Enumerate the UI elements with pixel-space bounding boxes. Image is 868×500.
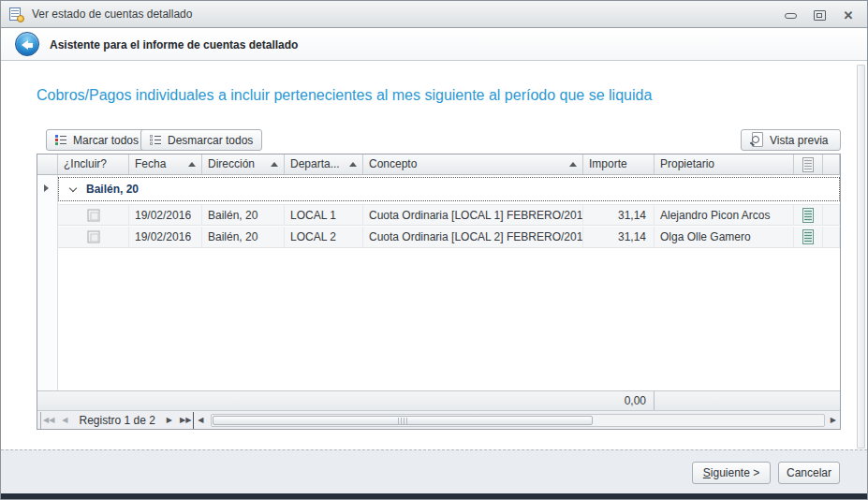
- sort-asc-icon: [271, 162, 278, 167]
- grid-header-row: ¿Incluir? Fecha Dirección Departa... Con…: [37, 154, 840, 175]
- bottom-action-bar: Siguiente > Cancelar: [1, 449, 867, 493]
- page-heading: Cobros/Pagos individuales a incluir pert…: [37, 87, 652, 104]
- table-row[interactable]: 19/02/2016 Bailén, 20 LOCAL 1 Cuota Ordi…: [58, 204, 840, 226]
- incluir-cell: [58, 205, 129, 226]
- mark-all-label: Marcar todos: [73, 134, 139, 147]
- maximize-icon: [814, 10, 826, 21]
- fecha-cell: 19/02/2016: [129, 205, 202, 226]
- minimize-button[interactable]: [779, 7, 802, 23]
- unmark-all-button[interactable]: Desmarcar todos: [140, 129, 262, 151]
- cancel-button[interactable]: Cancelar: [778, 462, 840, 484]
- departamento-cell: LOCAL 1: [285, 205, 363, 226]
- sort-asc-icon: [349, 162, 357, 167]
- mark-all-icon: [55, 134, 67, 146]
- window-title: Ver estado de cuentas detallado: [32, 7, 192, 21]
- scroll-right-button[interactable]: ▶: [827, 412, 840, 429]
- receipt-icon[interactable]: [802, 208, 814, 223]
- importe-cell: 31,14: [583, 205, 655, 226]
- table-row[interactable]: 19/02/2016 Bailén, 20 LOCAL 2 Cuota Ordi…: [58, 227, 840, 248]
- preview-button[interactable]: Vista previa: [741, 129, 841, 151]
- maximize-button[interactable]: [808, 7, 831, 23]
- last-record-button[interactable]: ▶▶: [176, 412, 194, 429]
- importe-cell: 31,14: [583, 227, 655, 247]
- scroll-left-button[interactable]: ◀: [194, 412, 207, 429]
- concepto-cell: Cuota Ordinaria [LOCAL 2] FEBRERO/2016: [363, 227, 583, 247]
- back-arrow-icon: [22, 40, 28, 50]
- importe-total: 0,00: [583, 391, 655, 410]
- header-importe[interactable]: Importe: [583, 154, 655, 174]
- departamento-cell: LOCAL 2: [285, 227, 363, 247]
- header-departamento-label: Departa...: [290, 157, 340, 170]
- header-propietario[interactable]: Propietario: [655, 154, 794, 174]
- header-indicator-cell: [37, 154, 58, 174]
- header-direccion[interactable]: Dirección: [202, 154, 285, 174]
- incluir-checkbox[interactable]: [87, 231, 99, 243]
- record-position-label: Registro 1 de 2: [71, 414, 162, 427]
- unmark-all-label: Desmarcar todos: [168, 134, 253, 147]
- sort-asc-icon: [188, 162, 196, 167]
- group-row-bailen-20[interactable]: Bailén, 20: [58, 177, 840, 201]
- sort-asc-icon: [569, 162, 577, 167]
- filler-cell: [823, 227, 840, 247]
- horizontal-scrollbar[interactable]: [211, 414, 824, 427]
- direccion-cell: Bailén, 20: [202, 205, 285, 226]
- coin-icon: [17, 15, 24, 22]
- preview-magnifier-icon: [750, 132, 764, 148]
- grid-footer-row: 0,00: [37, 390, 840, 410]
- header-concepto[interactable]: Concepto: [363, 154, 583, 174]
- direccion-cell: Bailén, 20: [202, 227, 285, 247]
- close-button[interactable]: ✕: [837, 7, 860, 23]
- header-departamento[interactable]: Departa...: [285, 154, 363, 174]
- title-bar: Ver estado de cuentas detallado ✕: [1, 1, 867, 28]
- minimize-icon: [785, 13, 797, 19]
- previous-record-button[interactable]: ◀: [58, 412, 71, 429]
- cancel-label: Cancelar: [787, 466, 831, 479]
- first-record-button[interactable]: ◀◀: [40, 412, 58, 429]
- record-navigator: ◀◀ ◀ Registro 1 de 2 ▶ ▶▶ ◀ ▶: [37, 410, 840, 429]
- wizard-header: Asistente para el informe de cuentas det…: [1, 28, 867, 61]
- receipt-icon[interactable]: [802, 229, 814, 244]
- back-button[interactable]: [15, 32, 39, 56]
- close-icon: ✕: [844, 9, 854, 22]
- header-direccion-label: Dirección: [208, 157, 255, 170]
- header-receipt-column[interactable]: [794, 154, 823, 174]
- current-row-arrow-icon: [44, 184, 49, 192]
- header-incluir[interactable]: ¿Incluir?: [58, 154, 129, 174]
- next-label-mnemonic: S: [703, 466, 711, 479]
- next-record-button[interactable]: ▶: [163, 412, 176, 429]
- fecha-cell: 19/02/2016: [129, 227, 202, 247]
- receipt-cell: [794, 205, 823, 226]
- receipt-icon: [802, 157, 814, 172]
- filler-cell: [823, 205, 840, 226]
- group-label: Bailén, 20: [86, 183, 139, 196]
- collapse-chevron-icon[interactable]: [69, 184, 77, 192]
- next-label: iguiente >: [711, 466, 759, 479]
- row-indicator-column: [37, 175, 58, 390]
- page-vertical-scrollbar[interactable]: [857, 65, 865, 449]
- propietario-cell: Olga Olle Gamero: [655, 227, 794, 247]
- header-fecha[interactable]: Fecha: [129, 154, 202, 174]
- window-bottom-band: [1, 493, 867, 500]
- propietario-cell: Alejandro Picon Arcos: [655, 205, 794, 226]
- wizard-title: Asistente para el informe de cuentas det…: [50, 38, 298, 51]
- horizontal-scrollbar-thumb[interactable]: [213, 416, 592, 425]
- incluir-cell: [58, 227, 129, 247]
- wizard-window: Ver estado de cuentas detallado ✕ Asiste…: [0, 0, 868, 500]
- header-fecha-label: Fecha: [135, 157, 166, 170]
- mark-all-button[interactable]: Marcar todos: [46, 129, 148, 151]
- accounts-grid: ¿Incluir? Fecha Dirección Departa... Con…: [37, 154, 841, 430]
- next-button[interactable]: Siguiente >: [692, 462, 771, 484]
- preview-label: Vista previa: [770, 134, 828, 147]
- header-filler-cell: [823, 154, 840, 174]
- concepto-cell: Cuota Ordinaria [LOCAL 1] FEBRERO/2016: [363, 205, 583, 226]
- unmark-all-icon: [150, 134, 162, 146]
- app-icon: [9, 7, 24, 22]
- incluir-checkbox[interactable]: [87, 210, 99, 222]
- receipt-cell: [794, 227, 823, 247]
- header-concepto-label: Concepto: [369, 157, 417, 170]
